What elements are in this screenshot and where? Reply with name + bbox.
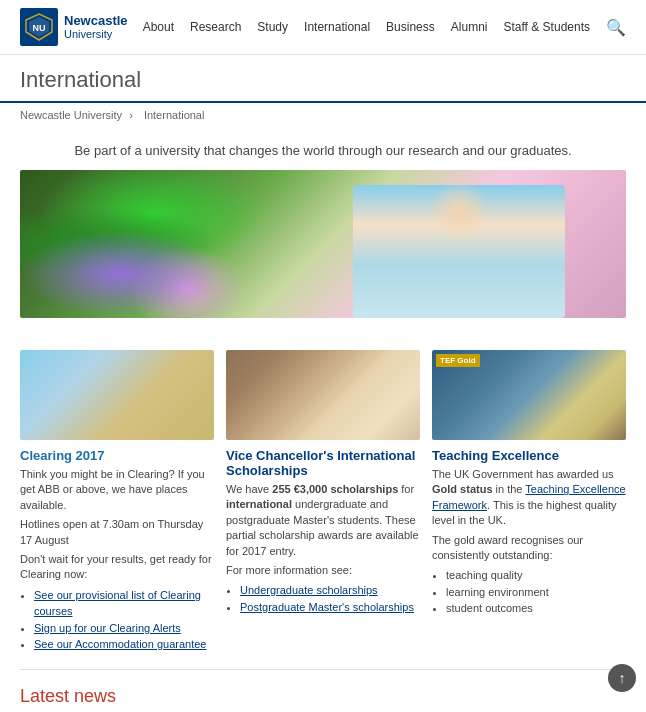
svg-text:NU: NU <box>33 23 46 33</box>
search-button[interactable]: 🔍 <box>606 18 626 37</box>
card-clearing: Clearing 2017 Think you might be in Clea… <box>20 350 214 653</box>
hero-person <box>353 185 565 318</box>
scroll-top-icon: ↑ <box>619 670 626 686</box>
tagline: Be part of a university that changes the… <box>0 127 646 170</box>
logo-shield: NU <box>20 8 58 46</box>
card-tef-title: Teaching Excellence <box>432 448 626 463</box>
logo[interactable]: NU Newcastle University <box>20 8 128 46</box>
logo-sub: University <box>64 28 128 40</box>
card-tef-bullets: teaching quality learning environment st… <box>432 567 626 617</box>
card-vc-title: Vice Chancellor's International Scholars… <box>226 448 420 478</box>
card-clearing-title: Clearing 2017 <box>20 448 214 463</box>
card-clearing-body1: Think you might be in Clearing? If you g… <box>20 467 214 513</box>
card-tef-title-link[interactable]: Teaching Excellence <box>432 448 559 463</box>
card-tef-body2: The gold award recognises our consistent… <box>432 533 626 564</box>
card-img-vc <box>226 350 420 440</box>
nav-research[interactable]: Research <box>190 20 241 34</box>
nav-business[interactable]: Business <box>386 20 435 34</box>
card-img-tef: TEF Gold <box>432 350 626 440</box>
card-tef-body1: The UK Government has awarded us Gold st… <box>432 467 626 529</box>
card-vc-more: For more information see: <box>226 563 420 578</box>
card-img-clearing <box>20 350 214 440</box>
main-nav: About Research Study International Busin… <box>143 18 626 37</box>
card-clearing-hotline: Hotlines open at 7.30am on Thursday 17 A… <box>20 517 214 548</box>
breadcrumb: Newcastle University › International <box>0 103 646 127</box>
card-teaching-excellence: TEF Gold Teaching Excellence The UK Gove… <box>432 350 626 653</box>
scroll-to-top-button[interactable]: ↑ <box>608 664 636 692</box>
breadcrumb-separator: › <box>129 109 136 121</box>
breadcrumb-current: International <box>144 109 205 121</box>
card-vc-links: Undergraduate scholarships Postgraduate … <box>226 582 420 615</box>
tef-bullet-env: learning environment <box>446 584 626 601</box>
nav-international[interactable]: International <box>304 20 370 34</box>
page-title: International <box>20 67 626 93</box>
nav-alumni[interactable]: Alumni <box>451 20 488 34</box>
latest-news-section: Latest news <box>0 670 646 712</box>
logo-text: Newcastle University <box>64 14 128 40</box>
cards-section: Clearing 2017 Think you might be in Clea… <box>0 330 646 653</box>
card-clearing-links: See our provisional list of Clearing cou… <box>20 587 214 653</box>
vc-link-ug[interactable]: Undergraduate scholarships <box>240 584 378 596</box>
breadcrumb-home[interactable]: Newcastle University <box>20 109 122 121</box>
latest-news-heading: Latest news <box>20 686 626 707</box>
nav-staff-students[interactable]: Staff & Students <box>503 20 590 34</box>
page-title-bar: International <box>0 55 646 103</box>
hero-flowers <box>20 170 353 318</box>
nav-about[interactable]: About <box>143 20 174 34</box>
tef-bullet-outcomes: student outcomes <box>446 600 626 617</box>
logo-name: Newcastle <box>64 14 128 28</box>
card-vc-scholarships: Vice Chancellor's International Scholars… <box>226 350 420 653</box>
latest-news-suffix: news <box>74 686 116 706</box>
card-vc-title-link[interactable]: Vice Chancellor's International Scholars… <box>226 448 415 478</box>
card-vc-body: We have 255 €3,000 scholarships for inte… <box>226 482 420 559</box>
tef-bullet-quality: teaching quality <box>446 567 626 584</box>
latest-news-prefix: Latest <box>20 686 74 706</box>
tef-badge: TEF Gold <box>436 354 480 367</box>
card-clearing-cta: Don't wait for your results, get ready f… <box>20 552 214 583</box>
clearing-link-courses[interactable]: See our provisional list of Clearing cou… <box>34 589 201 618</box>
clearing-link-accom[interactable]: See our Accommodation guarantee <box>34 638 206 650</box>
hero-image <box>20 170 626 318</box>
vc-link-pg[interactable]: Postgraduate Master's scholarships <box>240 601 414 613</box>
site-header: NU Newcastle University About Research S… <box>0 0 646 55</box>
clearing-link-alerts[interactable]: Sign up for our Clearing Alerts <box>34 622 181 634</box>
nav-study[interactable]: Study <box>257 20 288 34</box>
